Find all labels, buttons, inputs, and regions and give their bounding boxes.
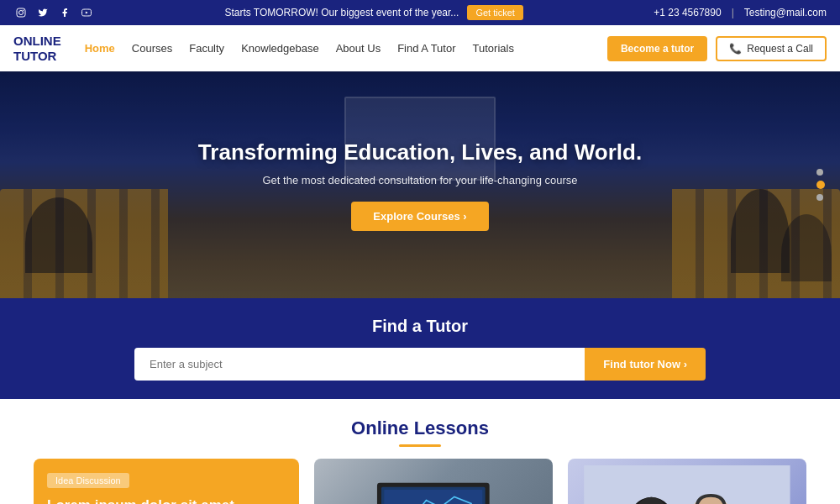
lessons-title: Online Lessons <box>34 417 806 439</box>
phone-number: +1 23 4567890 <box>654 7 721 18</box>
slider-dot-2[interactable] <box>816 181 825 189</box>
nav-links: Home Courses Faculty Knowledgebase About… <box>85 42 607 55</box>
phone-icon: 📞 <box>729 43 742 55</box>
request-call-button[interactable]: 📞 Request a Call <box>716 36 827 61</box>
svg-rect-0 <box>17 8 25 17</box>
slider-dot-1[interactable] <box>816 169 823 176</box>
announcement-text: Starts TOMORROW! Our biggest event of th… <box>224 7 459 18</box>
students-illustration <box>574 465 801 504</box>
find-tutor-title: Find a Tutor <box>372 317 468 336</box>
slider-dot-3[interactable] <box>816 194 823 201</box>
find-tutor-form: Find tutor Now <box>134 348 706 381</box>
lesson-card-text: Lorem ipsum dolor sit amet <box>47 496 286 504</box>
social-icons <box>13 5 94 20</box>
nav-tutorials[interactable]: Tutorials <box>473 42 514 55</box>
nav-faculty[interactable]: Faculty <box>189 42 224 55</box>
nav-find-tutor[interactable]: Find A Tutor <box>397 42 455 55</box>
lesson-card-laptop[interactable] <box>314 459 553 504</box>
svg-marker-3 <box>86 11 88 13</box>
nav-actions: Become a tutor 📞 Request a Call <box>607 36 827 61</box>
twitter-icon[interactable] <box>35 5 50 20</box>
top-bar: Starts TOMORROW! Our biggest event of th… <box>0 0 840 25</box>
nav-knowledgebase[interactable]: Knowledgebase <box>241 42 319 55</box>
nav-home[interactable]: Home <box>85 42 115 55</box>
find-tutor-button[interactable]: Find tutor Now <box>585 348 706 381</box>
lessons-underline <box>399 444 441 447</box>
nav-courses[interactable]: Courses <box>132 42 172 55</box>
lesson-card-idea[interactable]: Idea Discussion Lorem ipsum dolor sit am… <box>34 459 299 504</box>
hero-title: Transforming Education, Lives, and World… <box>198 139 642 165</box>
slider-dots <box>816 169 825 201</box>
lessons-section: Online Lessons Idea Discussion Lorem ips… <box>0 399 840 504</box>
find-tutor-section: Find a Tutor Find tutor Now <box>0 298 840 399</box>
subject-input[interactable] <box>134 348 585 381</box>
hero-section: Transforming Education, Lives, and World… <box>0 71 840 298</box>
laptop-illustration <box>326 469 541 504</box>
youtube-icon[interactable] <box>79 5 94 20</box>
contact-info: +1 23 4567890 | Testing@mail.com <box>654 7 827 18</box>
explore-courses-button[interactable]: Explore Courses <box>351 202 488 231</box>
announcement-bar: Starts TOMORROW! Our biggest event of th… <box>224 5 522 20</box>
facebook-icon[interactable] <box>57 5 72 20</box>
instagram-icon[interactable] <box>13 5 29 20</box>
hero-subtitle: Get the most dedicated consultation for … <box>198 174 642 186</box>
become-tutor-button[interactable]: Become a tutor <box>607 36 707 61</box>
svg-rect-15 <box>584 465 790 504</box>
get-ticket-button[interactable]: Get ticket <box>467 5 522 20</box>
navbar: ONLINE TUTOR Home Courses Faculty Knowle… <box>0 25 840 71</box>
email-address: Testing@mail.com <box>744 7 827 18</box>
hero-content: Transforming Education, Lives, and World… <box>198 139 642 231</box>
lessons-title-wrap: Online Lessons <box>34 417 806 447</box>
nav-about[interactable]: About Us <box>336 42 381 55</box>
svg-point-2 <box>23 10 24 12</box>
svg-point-1 <box>19 11 24 15</box>
logo[interactable]: ONLINE TUTOR <box>13 34 61 64</box>
lesson-card-students[interactable] <box>568 459 806 504</box>
lessons-cards: Idea Discussion Lorem ipsum dolor sit am… <box>34 459 806 504</box>
lesson-tag: Idea Discussion <box>47 473 129 488</box>
